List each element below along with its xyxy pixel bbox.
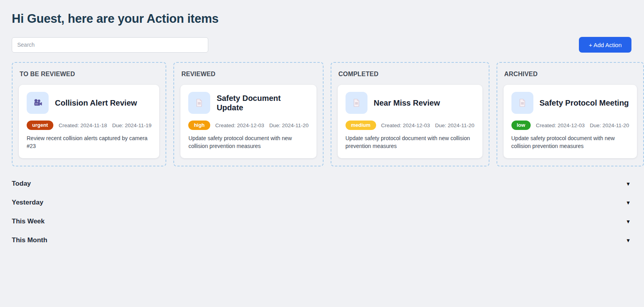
page-title: Hi Guest, here are your Action items: [12, 12, 631, 26]
priority-badge: high: [188, 121, 210, 130]
card-description: Update safety protocol document with new…: [346, 135, 475, 150]
column-label: ARCHIVED: [504, 71, 637, 78]
created-date: Created: 2024-12-03: [536, 122, 585, 128]
section-label: Yesterday: [12, 199, 43, 206]
card-title: Safety Document Update: [216, 93, 308, 112]
created-date: Created: 2024-12-03: [215, 122, 264, 128]
chevron-down-icon[interactable]: ▼: [625, 199, 631, 206]
toolbar: + Add Action: [12, 37, 631, 53]
document-icon: [352, 98, 361, 108]
card-meta: high Created: 2024-12-03 Due: 2024-11-20: [188, 121, 308, 130]
priority-badge: low: [511, 121, 531, 130]
timeline-section-today[interactable]: Today ▼: [12, 180, 631, 188]
card-header: Near Miss Review: [346, 92, 475, 114]
column-label: REVIEWED: [181, 71, 316, 78]
card-icon-box: [511, 92, 533, 114]
card-title: Collision Alert Review: [55, 98, 137, 108]
add-action-button[interactable]: + Add Action: [579, 37, 631, 53]
page-container: Hi Guest, here are your Action items + A…: [0, 0, 644, 244]
card-header: Collision Alert Review: [27, 92, 151, 114]
action-card[interactable]: Safety Protocol Meeting low Created: 202…: [504, 85, 637, 158]
section-label: This Week: [12, 217, 45, 225]
due-date: Due: 2024-11-20: [269, 122, 308, 128]
search-input[interactable]: [12, 37, 208, 53]
card-meta: medium Created: 2024-12-03 Due: 2024-11-…: [346, 121, 475, 130]
movie-camera-icon: [33, 98, 43, 108]
timeline-section-this-month[interactable]: This Month ▼: [12, 236, 631, 244]
card-icon-box: [188, 92, 210, 114]
action-board: TO BE REVIEWED: [12, 62, 631, 166]
action-card[interactable]: Safety Document Update high Created: 202…: [180, 85, 316, 158]
document-icon: [518, 98, 527, 108]
chevron-down-icon[interactable]: ▼: [625, 237, 631, 244]
action-card[interactable]: Collision Alert Review urgent Created: 2…: [19, 85, 159, 158]
column-label: TO BE REVIEWED: [20, 71, 159, 78]
column-label: COMPLETED: [338, 71, 482, 78]
card-header: Safety Protocol Meeting: [511, 92, 629, 114]
card-icon-box: [346, 92, 367, 114]
timeline: Today ▼ Yesterday ▼ This Week ▼ This Mon…: [12, 180, 631, 244]
chevron-down-icon[interactable]: ▼: [625, 181, 631, 187]
card-header: Safety Document Update: [188, 92, 308, 114]
chevron-down-icon[interactable]: ▼: [625, 218, 631, 225]
section-label: Today: [12, 180, 31, 188]
board-column-to-be-reviewed: TO BE REVIEWED: [12, 62, 166, 166]
card-title: Near Miss Review: [374, 98, 440, 108]
board-column-completed: COMPLETED Near Miss Review: [331, 62, 489, 166]
priority-badge: medium: [346, 121, 376, 130]
due-date: Due: 2024-11-20: [590, 122, 629, 128]
card-meta: low Created: 2024-12-03 Due: 2024-11-20: [511, 121, 629, 130]
due-date: Due: 2024-11-20: [435, 122, 474, 128]
priority-badge: urgent: [27, 121, 53, 130]
section-label: This Month: [12, 236, 47, 244]
board-column-reviewed: REVIEWED Safety Document Upd: [173, 62, 323, 166]
created-date: Created: 2024-11-18: [58, 122, 107, 128]
timeline-section-this-week[interactable]: This Week ▼: [12, 217, 631, 225]
card-title: Safety Protocol Meeting: [540, 98, 629, 108]
document-icon: [195, 98, 204, 108]
timeline-section-yesterday[interactable]: Yesterday ▼: [12, 199, 631, 206]
due-date: Due: 2024-11-19: [112, 122, 151, 128]
action-card[interactable]: Near Miss Review medium Created: 2024-12…: [338, 85, 482, 158]
board-column-archived: ARCHIVED Safety Protocol Mee: [497, 62, 644, 166]
card-meta: urgent Created: 2024-11-18 Due: 2024-11-…: [27, 121, 151, 130]
created-date: Created: 2024-12-03: [381, 122, 430, 128]
card-description: Review recent collision alerts captured …: [27, 135, 151, 150]
card-description: Update safety protocol document with new…: [511, 135, 629, 150]
card-icon-box: [27, 92, 49, 114]
card-description: Update safety protocol document with new…: [188, 135, 308, 150]
